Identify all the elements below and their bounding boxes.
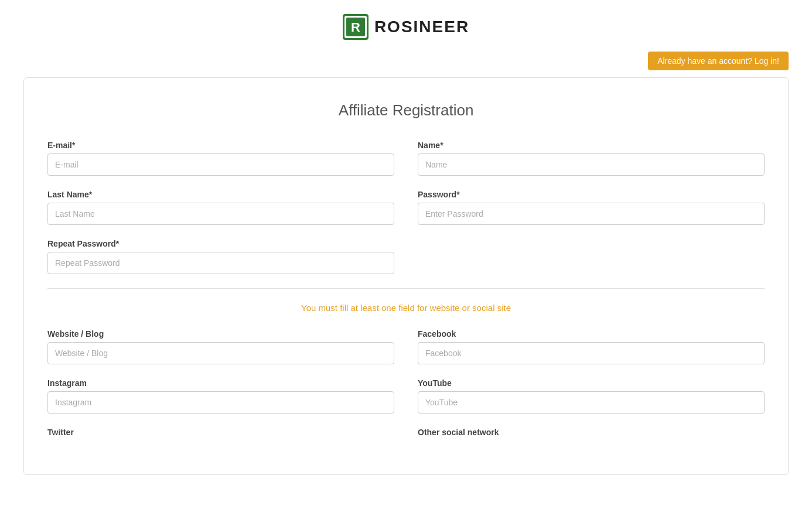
last-name-input[interactable]: [47, 203, 394, 225]
login-button[interactable]: Already have an account? Log in!: [648, 52, 789, 70]
name-label: Name*: [418, 141, 765, 150]
youtube-group: YouTube: [418, 378, 765, 414]
social-notice: You must fill at least one field for web…: [47, 303, 765, 313]
email-label: E-mail*: [47, 141, 394, 150]
logo-text: ROSINEER: [374, 18, 469, 36]
website-label: Website / Blog: [47, 329, 394, 339]
twitter-other-row: Twitter Other social network: [47, 428, 765, 437]
svg-text:R: R: [351, 20, 360, 35]
instagram-label: Instagram: [47, 378, 394, 388]
header: R ROSINEER: [0, 0, 812, 52]
other-social-group: Other social network: [418, 428, 765, 437]
repeat-password-row: Repeat Password*: [47, 239, 765, 274]
logo: R ROSINEER: [343, 14, 469, 40]
website-group: Website / Blog: [47, 329, 394, 364]
instagram-youtube-row: Instagram YouTube: [47, 378, 765, 414]
facebook-label: Facebook: [418, 329, 765, 339]
logo-icon: R: [343, 14, 369, 40]
facebook-group: Facebook: [418, 329, 765, 364]
registration-form: Affiliate Registration E-mail* Name* Las…: [23, 77, 789, 475]
repeat-password-input[interactable]: [47, 252, 394, 274]
password-group: Password*: [418, 190, 765, 225]
divider: [47, 288, 765, 289]
youtube-label: YouTube: [418, 378, 765, 388]
lastname-password-row: Last Name* Password*: [47, 190, 765, 225]
website-input[interactable]: [47, 342, 394, 364]
last-name-label: Last Name*: [47, 190, 394, 199]
password-label: Password*: [418, 190, 765, 199]
name-input[interactable]: [418, 153, 765, 176]
top-bar: Already have an account? Log in!: [0, 52, 812, 77]
form-title: Affiliate Registration: [47, 101, 765, 119]
email-input[interactable]: [47, 153, 394, 176]
website-facebook-row: Website / Blog Facebook: [47, 329, 765, 364]
instagram-input[interactable]: [47, 391, 394, 414]
email-name-row: E-mail* Name*: [47, 141, 765, 176]
repeat-password-label: Repeat Password*: [47, 239, 394, 248]
password-input[interactable]: [418, 203, 765, 225]
facebook-input[interactable]: [418, 342, 765, 364]
repeat-password-group: Repeat Password*: [47, 239, 394, 274]
lastname-group: Last Name*: [47, 190, 394, 225]
other-social-label: Other social network: [418, 428, 765, 437]
twitter-group: Twitter: [47, 428, 394, 437]
name-group: Name*: [418, 141, 765, 176]
youtube-input[interactable]: [418, 391, 765, 414]
instagram-group: Instagram: [47, 378, 394, 414]
email-group: E-mail*: [47, 141, 394, 176]
twitter-label: Twitter: [47, 428, 394, 437]
